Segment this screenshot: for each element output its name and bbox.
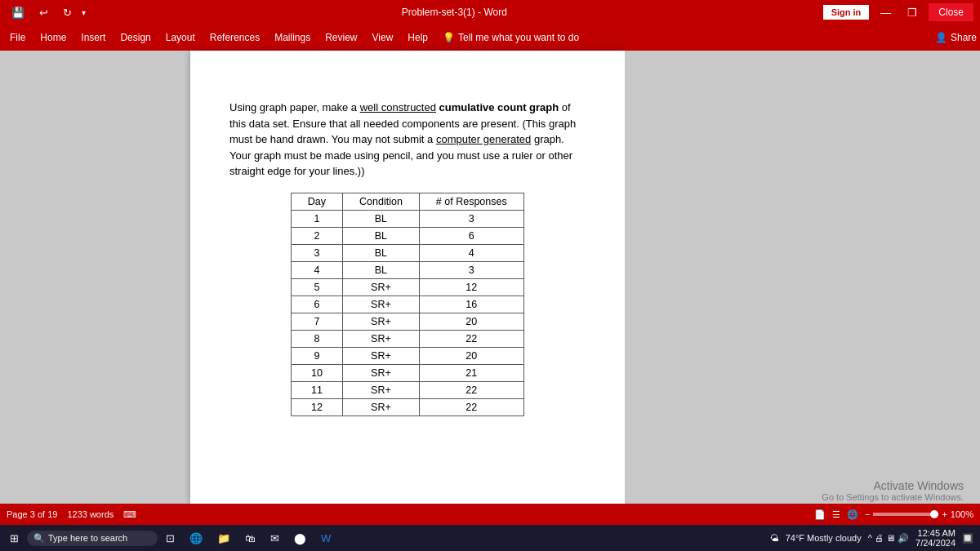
table-cell: SR+ [343,398,420,415]
zoom-out-button[interactable]: − [865,509,870,519]
store-button[interactable]: 🛍 [238,530,262,547]
weather-label: 74°F Mostly cloudy [786,533,862,543]
chrome-button[interactable]: ⬤ [287,530,313,547]
sign-in-button[interactable]: Sign in [823,5,870,20]
person-icon: 👤 [935,32,947,43]
mail-button[interactable]: ✉ [264,530,286,547]
table-row: 1BL3 [291,210,523,227]
undo-button[interactable]: ↩ [34,5,53,20]
table-cell: 3 [291,244,342,261]
page-info: Page 3 of 19 [7,509,57,519]
ribbon-home[interactable]: Home [33,29,73,47]
read-mode-icon[interactable]: 📄 [814,509,826,520]
table-cell: BL [343,227,420,244]
edge-button[interactable]: 🌐 [183,530,209,547]
table-cell: 3 [419,261,523,278]
table-cell: SR+ [343,313,420,330]
word-count: 1233 words [67,509,114,519]
ribbon-help[interactable]: Help [401,29,434,47]
col-header-day: Day [291,193,342,210]
ribbon-file[interactable]: File [3,29,32,47]
table-cell: SR+ [343,364,420,381]
search-icon: 🔍 [33,533,45,544]
zoom-slider[interactable] [873,513,938,516]
table-cell: 3 [419,210,523,227]
ribbon-layout[interactable]: Layout [159,29,202,47]
table-row: 2BL6 [291,227,523,244]
system-tray: ^ 🖨 🖥 🔊 [868,533,909,544]
table-row: 4BL3 [291,261,523,278]
table-cell: 20 [419,347,523,364]
task-view-button[interactable]: ⊡ [159,530,181,547]
edit-mode-icon: ⌨ [123,509,136,520]
table-cell: 12 [419,278,523,295]
table-cell: SR+ [343,347,420,364]
table-cell: 9 [291,347,342,364]
zoom-in-button[interactable]: + [942,509,947,519]
table-row: 7SR+20 [291,313,523,330]
title-bar: 💾 ↩ ↻ ▾ Problem-set-3(1) - Word Sign in … [0,0,980,24]
watermark-line1: Activate Windows [822,479,964,492]
document-page[interactable]: Using graph paper, make a well construct… [190,51,625,504]
left-margin [0,51,190,504]
table-cell: 5 [291,278,342,295]
ribbon-review[interactable]: Review [318,29,363,47]
title-right-controls: Sign in — ❐ Close [823,3,973,21]
table-cell: BL [343,210,420,227]
document-paragraph: Using graph paper, make a well construct… [229,100,586,180]
table-cell: 22 [419,398,523,415]
ribbon-insert[interactable]: Insert [74,29,112,47]
table-row: 6SR+16 [291,295,523,313]
ribbon-design[interactable]: Design [114,29,157,47]
title-left-controls: 💾 ↩ ↻ ▾ [7,5,86,20]
table-cell: 1 [291,210,342,227]
table-cell: 7 [291,313,342,330]
notification-button[interactable]: 🔲 [962,533,973,544]
table-cell: BL [343,244,420,261]
tell-me-section[interactable]: 💡 Tell me what you want to do [443,32,579,43]
close-button[interactable]: Close [929,3,973,21]
table-cell: SR+ [343,381,420,398]
redo-button[interactable]: ↻ [58,5,77,20]
restore-button[interactable]: ❐ [902,5,922,20]
search-bar[interactable]: 🔍 Type here to search [27,531,158,546]
table-cell: 12 [291,398,342,415]
ribbon-view[interactable]: View [366,29,400,47]
zoom-level: 100% [951,509,973,519]
date-display: 7/24/2024 [915,538,956,548]
taskbar: ⊞ 🔍 Type here to search ⊡ 🌐 📁 🛍 ✉ ⬤ W 🌤 … [0,525,980,551]
table-cell: 10 [291,364,342,381]
table-row: 12SR+22 [291,398,523,415]
word-button[interactable]: W [314,530,337,547]
web-layout-icon[interactable]: 🌐 [847,509,858,520]
activate-windows-watermark: Activate Windows Go to Settings to activ… [822,479,964,502]
table-cell: 8 [291,330,342,347]
data-table: Day Condition # of Responses 1BL32BL63BL… [291,193,524,416]
table-cell: 20 [419,313,523,330]
table-cell: 16 [419,295,523,313]
ribbon-mailings[interactable]: Mailings [268,29,317,47]
table-row: 9SR+20 [291,347,523,364]
explorer-button[interactable]: 📁 [211,530,237,547]
ribbon-references[interactable]: References [203,29,266,47]
table-cell: SR+ [343,295,420,313]
col-header-responses: # of Responses [419,193,523,210]
share-section[interactable]: 👤 Share [935,32,977,43]
clock: 12:45 AM 7/24/2024 [915,528,956,548]
table-cell: SR+ [343,278,420,295]
start-button[interactable]: ⊞ [3,530,25,547]
table-cell: BL [343,261,420,278]
table-cell: 4 [419,244,523,261]
window-title: Problem-set-3(1) - Word [86,7,823,18]
table-row: 8SR+22 [291,330,523,347]
table-cell: 2 [291,227,342,244]
weather-icon: 🌤 [770,533,779,543]
table-cell: SR+ [343,330,420,347]
print-layout-icon[interactable]: ☰ [832,509,840,520]
bold-text: cumulative count graph [439,101,559,113]
document-area: Using graph paper, make a well construct… [0,51,980,504]
minimize-button[interactable]: — [875,5,896,20]
search-label: Type here to search [48,533,127,543]
tell-me-label: Tell me what you want to do [458,32,579,43]
save-button[interactable]: 💾 [7,5,29,20]
